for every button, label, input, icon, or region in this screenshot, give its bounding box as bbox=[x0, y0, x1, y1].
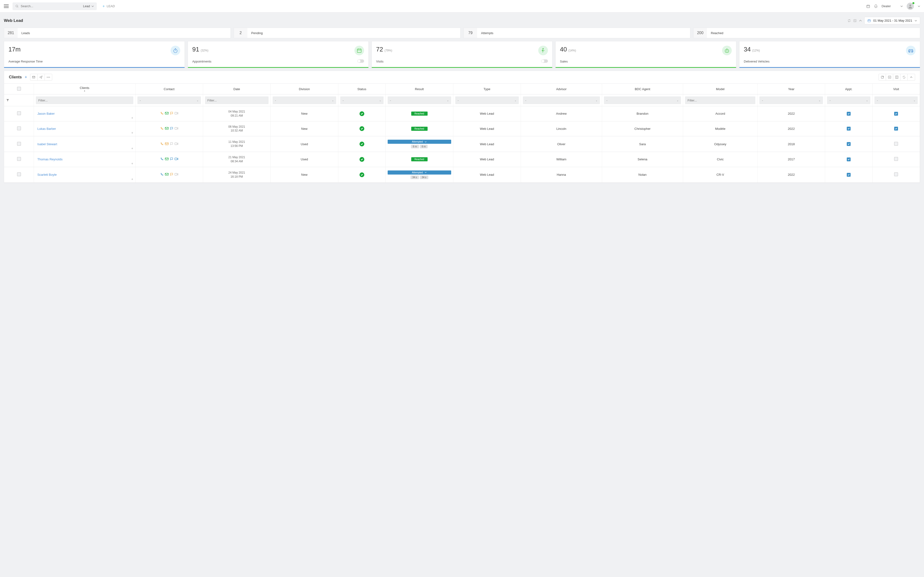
send-action[interactable] bbox=[37, 74, 45, 80]
expand-icon[interactable] bbox=[853, 19, 857, 23]
video-icon[interactable] bbox=[174, 127, 179, 130]
add-sub-row[interactable]: + bbox=[131, 177, 133, 181]
mail-icon[interactable] bbox=[165, 172, 169, 176]
filter-dropdown[interactable]: -⌄ bbox=[388, 97, 451, 104]
video-icon[interactable] bbox=[174, 172, 179, 176]
summary-pending[interactable]: 2 Pending bbox=[234, 27, 460, 38]
column-model[interactable]: Model bbox=[683, 84, 758, 95]
checkbox[interactable] bbox=[847, 158, 851, 161]
phone-icon[interactable] bbox=[160, 127, 164, 130]
checkbox[interactable] bbox=[894, 127, 898, 131]
filter-dropdown[interactable]: -⌄ bbox=[273, 97, 336, 104]
column-advisor[interactable]: Advisor bbox=[521, 84, 602, 95]
select-all-checkbox[interactable] bbox=[17, 87, 21, 91]
chat-icon[interactable] bbox=[170, 157, 174, 161]
video-icon[interactable] bbox=[174, 142, 179, 145]
add-sub-row[interactable]: + bbox=[131, 161, 133, 165]
column-date[interactable]: Date bbox=[203, 84, 270, 95]
column-visit[interactable]: Visit bbox=[872, 84, 920, 95]
checkbox[interactable] bbox=[894, 157, 898, 161]
filter-dropdown[interactable]: -⌄ bbox=[604, 97, 681, 104]
phone-icon[interactable] bbox=[160, 111, 164, 115]
column-status[interactable]: Status bbox=[338, 84, 386, 95]
mail-icon[interactable] bbox=[165, 142, 169, 145]
column-division[interactable]: Division bbox=[270, 84, 338, 95]
save-view-action[interactable] bbox=[879, 74, 886, 80]
add-client-button[interactable]: + bbox=[24, 75, 27, 80]
chevron-up-icon[interactable] bbox=[859, 19, 862, 22]
filter-input[interactable] bbox=[205, 97, 268, 104]
phone-icon[interactable] bbox=[160, 157, 164, 161]
export-action[interactable] bbox=[886, 74, 893, 80]
checkbox[interactable] bbox=[894, 172, 898, 176]
kpi-sales[interactable]: 40(14%) Sales bbox=[556, 41, 736, 68]
chat-icon[interactable] bbox=[170, 127, 174, 130]
row-select[interactable] bbox=[17, 126, 21, 130]
column-result[interactable]: Result bbox=[386, 84, 453, 95]
filter-input[interactable] bbox=[685, 97, 755, 104]
column-year[interactable]: Year bbox=[758, 84, 825, 95]
add-lead-button[interactable]: + LEAD bbox=[102, 4, 115, 8]
filter-dropdown[interactable]: -⌄ bbox=[340, 97, 384, 104]
filter-dropdown[interactable]: -⌄ bbox=[137, 97, 201, 104]
mail-icon[interactable] bbox=[165, 111, 169, 115]
result-badge[interactable]: Attempted bbox=[388, 140, 451, 144]
column-contact[interactable]: Contact bbox=[135, 84, 203, 95]
client-link[interactable]: Isabel Stewart bbox=[37, 142, 57, 146]
client-link[interactable]: Scarlett Boyle bbox=[37, 173, 57, 176]
result-badge[interactable]: Attempted bbox=[388, 171, 451, 174]
video-icon[interactable] bbox=[174, 157, 179, 161]
chat-icon[interactable] bbox=[170, 111, 174, 115]
row-select[interactable] bbox=[17, 142, 21, 146]
row-select[interactable] bbox=[17, 157, 21, 161]
filter-input[interactable] bbox=[36, 97, 133, 104]
refresh-icon[interactable] bbox=[848, 19, 851, 23]
add-sub-row[interactable]: + bbox=[131, 116, 133, 120]
client-link[interactable]: Jason Baker bbox=[37, 112, 55, 115]
mail-action[interactable] bbox=[30, 74, 37, 80]
mail-icon[interactable] bbox=[165, 157, 169, 161]
filter-dropdown[interactable]: -⌄ bbox=[874, 97, 918, 104]
refresh-action[interactable] bbox=[900, 74, 908, 80]
search-input[interactable] bbox=[21, 4, 81, 8]
more-action[interactable] bbox=[45, 74, 52, 80]
column-bdcagent[interactable]: BDC Agent bbox=[602, 84, 683, 95]
summary-attempts[interactable]: 79 Attempts bbox=[464, 27, 690, 38]
checkbox[interactable] bbox=[847, 142, 851, 146]
checkbox[interactable] bbox=[847, 112, 851, 116]
filter-dropdown[interactable]: -⌄ bbox=[455, 97, 519, 104]
chevron-down-icon[interactable] bbox=[918, 5, 920, 8]
video-icon[interactable] bbox=[174, 111, 179, 115]
kpi-toggle[interactable] bbox=[541, 60, 548, 63]
checkbox[interactable] bbox=[894, 112, 898, 116]
row-select[interactable] bbox=[17, 172, 21, 176]
filter-dropdown[interactable]: -⌄ bbox=[523, 97, 600, 104]
kpi-toggle[interactable] bbox=[357, 60, 364, 63]
bell-icon[interactable] bbox=[874, 4, 878, 8]
checkbox[interactable] bbox=[847, 173, 851, 177]
filter-icon[interactable] bbox=[6, 98, 32, 102]
chat-icon[interactable] bbox=[170, 142, 174, 145]
phone-icon[interactable] bbox=[160, 142, 164, 145]
checkbox[interactable] bbox=[894, 142, 898, 146]
filter-dropdown[interactable]: -⌄ bbox=[827, 97, 870, 104]
filter-dropdown[interactable]: -⌄ bbox=[759, 97, 823, 104]
kpi-visits[interactable]: 72(79%) Visits bbox=[372, 41, 552, 68]
menu-button[interactable] bbox=[4, 3, 9, 9]
phone-icon[interactable] bbox=[160, 172, 164, 176]
mail-icon[interactable] bbox=[165, 127, 169, 130]
row-select[interactable] bbox=[17, 111, 21, 115]
dealer-dropdown[interactable]: Dealer bbox=[882, 4, 903, 8]
summary-leads[interactable]: 281 Leads bbox=[4, 27, 231, 38]
chat-icon[interactable] bbox=[170, 172, 174, 176]
date-range-picker[interactable]: 01 May 2021 - 31 May 2021 bbox=[864, 17, 920, 24]
kpi-average-response-time[interactable]: 17m Average Response Time bbox=[4, 41, 185, 68]
add-sub-row[interactable]: + bbox=[131, 131, 133, 135]
checkbox[interactable] bbox=[847, 127, 851, 131]
column-clients[interactable]: Clients▲ bbox=[34, 84, 136, 95]
kpi-delivered-vehicles[interactable]: 34(12%) Delivered Vehicles bbox=[739, 41, 920, 68]
avatar[interactable] bbox=[907, 3, 914, 10]
column-type[interactable]: Type bbox=[453, 84, 521, 95]
columns-action[interactable] bbox=[893, 74, 900, 80]
kpi-appointments[interactable]: 91(32%) Appointments bbox=[188, 41, 368, 68]
